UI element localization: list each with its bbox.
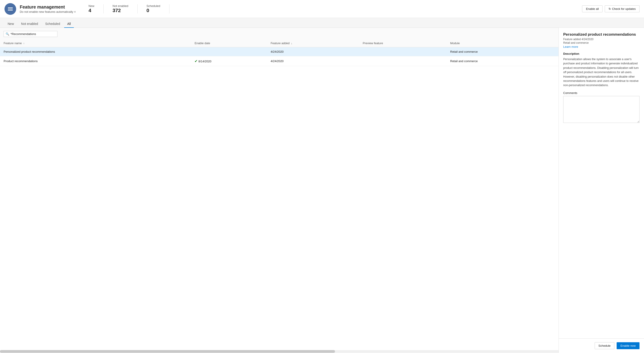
sort-desc-icon: ↓ (291, 42, 292, 45)
col-module[interactable]: Module (447, 39, 558, 47)
enable-all-button[interactable]: Enable all (582, 5, 602, 12)
cell-enable-date (192, 47, 268, 56)
sort-asc-icon: ↑ (23, 42, 25, 45)
col-enable-date-label: Enable date (194, 41, 210, 45)
horizontal-scrollbar[interactable] (0, 350, 558, 353)
col-enable-date[interactable]: Enable date (192, 39, 268, 47)
cell-feature-name: Personalized product recommendations (0, 47, 192, 56)
cell-module: Retail and commerce (447, 56, 558, 66)
stat-not-enabled-label: Not enabled (113, 4, 128, 8)
comments-textarea[interactable] (563, 96, 640, 123)
svg-rect-2 (8, 10, 13, 10)
table-wrapper: Feature name ↑ Enable date Feature added… (0, 39, 558, 350)
cell-preview-feature (360, 47, 447, 56)
main-layout: 🔍 Feature name ↑ Enable date (0, 28, 644, 353)
search-input[interactable] (10, 32, 56, 36)
tab-all[interactable]: All (64, 20, 74, 28)
col-preview-feature-label: Preview feature (363, 41, 383, 45)
chevron-down-icon[interactable]: ∨ (74, 10, 76, 13)
right-panel: Personalized product recommendations Fea… (559, 28, 644, 353)
tab-new[interactable]: New (4, 20, 17, 28)
detail-panel: Personalized product recommendations Fea… (559, 28, 644, 339)
app-logo (4, 3, 16, 15)
header-stats: New 4 Not enabled 372 Scheduled 0 (84, 4, 578, 13)
stat-scheduled: Scheduled 0 (138, 4, 170, 13)
check-updates-label: Check for updates (612, 7, 636, 10)
detail-description-title: Description (563, 52, 640, 55)
detail-footer: Schedule Enable now (559, 339, 644, 353)
stat-new-value: 4 (88, 8, 94, 13)
stat-not-enabled-value: 372 (113, 8, 128, 13)
col-feature-name[interactable]: Feature name ↑ (0, 39, 192, 47)
check-updates-button[interactable]: ↻Check for updates (605, 5, 640, 12)
scrollbar-thumb[interactable] (0, 350, 335, 353)
left-panel: 🔍 Feature name ↑ Enable date (0, 28, 559, 353)
detail-module: Retail and commerce (563, 41, 640, 44)
learn-more-link[interactable]: Learn more (563, 45, 578, 48)
stat-scheduled-label: Scheduled (146, 4, 160, 8)
subtitle-text: Do not enable new features automatically (20, 10, 73, 13)
cell-module: Retail and commerce (447, 47, 558, 56)
cell-preview-feature (360, 56, 447, 66)
features-table: Feature name ↑ Enable date Feature added… (0, 39, 558, 66)
table-row[interactable]: Personalized product recommendations4/24… (0, 47, 558, 56)
stat-new: New 4 (84, 4, 104, 13)
tab-scheduled[interactable]: Scheduled (42, 20, 63, 28)
cell-enable-date: ✔8/14/2020 (192, 56, 268, 66)
tab-bar: New Not enabled Scheduled All (0, 18, 644, 28)
enable-now-button[interactable]: Enable now (616, 342, 640, 349)
stat-new-label: New (88, 4, 94, 8)
header-subtitle[interactable]: Do not enable new features automatically… (20, 10, 76, 13)
header-title-block: Feature management Do not enable new fea… (20, 4, 76, 13)
svg-rect-0 (8, 7, 13, 8)
check-circle-icon: ✔ (194, 59, 198, 63)
detail-description-text: Personalization allows the system to ass… (563, 57, 640, 88)
cell-feature-added: 4/24/2020 (268, 47, 360, 56)
col-feature-name-label: Feature name (4, 41, 22, 45)
detail-title: Personalized product recommendations (563, 32, 640, 37)
search-input-wrapper[interactable]: 🔍 (4, 31, 58, 37)
app-header: Feature management Do not enable new fea… (0, 0, 644, 18)
stat-not-enabled: Not enabled 372 (104, 4, 138, 13)
header-actions: Enable all ↻Check for updates (582, 5, 640, 12)
cell-feature-name: Product recommendations (0, 56, 192, 66)
search-icon: 🔍 (6, 32, 9, 36)
table-row[interactable]: Product recommendations✔8/14/20204/24/20… (0, 56, 558, 66)
detail-feature-added: Feature added 4/24/2020 (563, 38, 640, 41)
detail-comments-label: Comments (563, 91, 640, 95)
cell-feature-added: 4/24/2020 (268, 56, 360, 66)
table-header-row: Feature name ↑ Enable date Feature added… (0, 39, 558, 47)
col-feature-added[interactable]: Feature added ↓ (268, 39, 360, 47)
refresh-icon: ↻ (608, 7, 611, 10)
search-bar: 🔍 (0, 28, 558, 39)
svg-rect-1 (8, 8, 13, 9)
col-preview-feature[interactable]: Preview feature (360, 39, 447, 47)
page-title: Feature management (20, 4, 76, 10)
col-feature-added-label: Feature added (270, 41, 290, 45)
col-module-label: Module (450, 41, 460, 45)
stat-scheduled-value: 0 (146, 8, 160, 13)
tab-not-enabled[interactable]: Not enabled (18, 20, 41, 28)
schedule-button[interactable]: Schedule (595, 342, 614, 349)
